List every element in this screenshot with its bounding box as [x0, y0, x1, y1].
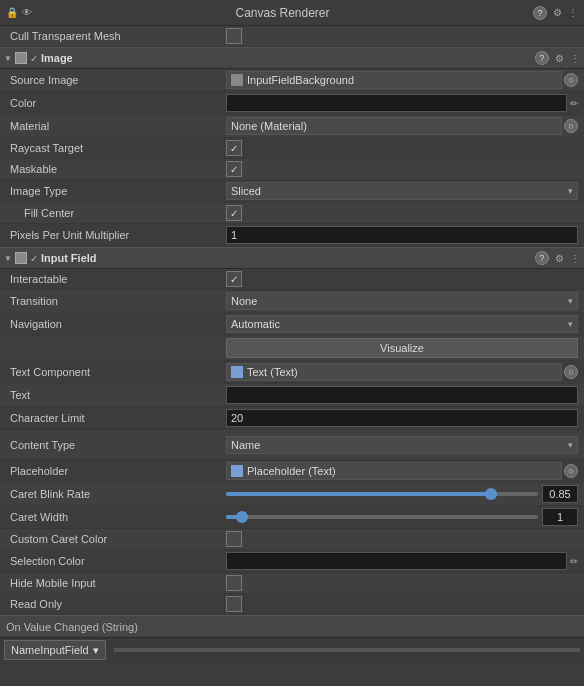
text-label: Text [6, 389, 226, 401]
caret-blink-rate-slider-track[interactable] [226, 492, 538, 496]
placeholder-circle-btn[interactable]: ○ [564, 464, 578, 478]
caret-width-slider-container: 1 [226, 508, 578, 526]
title-bar-left-icons: 🔒 👁 [6, 7, 32, 18]
image-section-title: Image [41, 52, 73, 64]
pixels-per-unit-value: 1 [226, 226, 578, 244]
image-checkbox[interactable] [15, 52, 27, 64]
character-limit-input[interactable]: 20 [226, 409, 578, 427]
title-bar-right-icons: ? ⚙ ⋮ [533, 6, 578, 20]
text-component-ref-icon [231, 366, 243, 378]
material-circle-btn[interactable]: ○ [564, 119, 578, 133]
character-limit-label: Character Limit [6, 412, 226, 424]
text-component-value: Text (Text) ○ [226, 363, 578, 381]
transition-value: None ▾ [226, 292, 578, 310]
image-type-label: Image Type [6, 185, 226, 197]
hide-mobile-input-checkbox[interactable] [226, 575, 242, 591]
color-eyedropper-icon[interactable]: ✏ [570, 98, 578, 109]
visualize-row: Visualize [0, 336, 584, 361]
text-component-ref[interactable]: Text (Text) [226, 363, 562, 381]
image-collapse-arrow[interactable]: ▼ [4, 54, 12, 63]
input-field-section-header: ▼ ✓ Input Field ? ⚙ ⋮ [0, 247, 584, 269]
hide-mobile-input-row: Hide Mobile Input [0, 573, 584, 594]
selection-color-swatch-field[interactable] [226, 552, 567, 570]
material-ref[interactable]: None (Material) [226, 117, 562, 135]
interactable-row: Interactable [0, 269, 584, 290]
canvas-renderer-panel: 🔒 👁 Canvas Renderer ? ⚙ ⋮ Cull Transpare… [0, 0, 584, 662]
image-type-dropdown-text: Sliced [231, 185, 261, 197]
caret-blink-rate-label: Caret Blink Rate [6, 488, 226, 500]
input-field-collapse-arrow[interactable]: ▼ [4, 254, 12, 263]
caret-width-row: Caret Width 1 [0, 506, 584, 529]
footer-object-name[interactable]: NameInputField ▾ [4, 640, 106, 660]
placeholder-ref[interactable]: Placeholder (Text) [226, 462, 562, 480]
maskable-row: Maskable [0, 159, 584, 180]
text-component-ref-text: Text (Text) [247, 366, 298, 378]
interactable-checkbox[interactable] [226, 271, 242, 287]
color-swatch-field[interactable] [226, 94, 567, 112]
navigation-row: Navigation Automatic ▾ [0, 313, 584, 336]
footer-scrollbar[interactable] [114, 648, 580, 652]
raycast-target-row: Raycast Target [0, 138, 584, 159]
visualize-button[interactable]: Visualize [226, 338, 578, 358]
text-input[interactable] [226, 386, 578, 404]
placeholder-row: Placeholder Placeholder (Text) ○ [0, 460, 584, 483]
input-field-checkbox[interactable] [15, 252, 27, 264]
selection-color-eyedropper-icon[interactable]: ✏ [570, 556, 578, 567]
custom-caret-color-row: Custom Caret Color [0, 529, 584, 550]
image-section-left: ▼ ✓ Image [4, 52, 535, 64]
cull-transparent-label: Cull Transparent Mesh [6, 30, 226, 42]
image-check-mark: ✓ [30, 53, 38, 64]
image-help-icon[interactable]: ? [535, 51, 549, 65]
fill-center-value [226, 205, 578, 221]
input-field-section-left: ▼ ✓ Input Field [4, 252, 535, 264]
raycast-target-checkbox[interactable] [226, 140, 242, 156]
maskable-checkbox[interactable] [226, 161, 242, 177]
pixels-per-unit-row: Pixels Per Unit Multiplier 1 [0, 224, 584, 247]
image-type-dropdown[interactable]: Sliced ▾ [226, 182, 578, 200]
source-image-circle-btn[interactable]: ○ [564, 73, 578, 87]
navigation-label: Navigation [6, 318, 226, 330]
custom-caret-color-checkbox[interactable] [226, 531, 242, 547]
material-label: Material [6, 120, 226, 132]
transition-dropdown-text: None [231, 295, 257, 307]
help-icon[interactable]: ? [533, 6, 547, 20]
transition-dropdown[interactable]: None ▾ [226, 292, 578, 310]
caret-width-slider-thumb[interactable] [236, 511, 248, 523]
pixels-per-unit-input[interactable]: 1 [226, 226, 578, 244]
caret-width-value-display[interactable]: 1 [542, 508, 578, 526]
input-field-menu-icon[interactable]: ⋮ [570, 253, 580, 264]
read-only-checkbox[interactable] [226, 596, 242, 612]
navigation-dropdown-arrow: ▾ [568, 319, 573, 329]
maskable-value [226, 161, 578, 177]
caret-blink-rate-slider-fill [226, 492, 491, 496]
selection-color-row: Selection Color ✏ [0, 550, 584, 573]
text-component-circle-btn[interactable]: ○ [564, 365, 578, 379]
caret-width-label: Caret Width [6, 511, 226, 523]
caret-blink-rate-slider-thumb[interactable] [485, 488, 497, 500]
lock-icon: 🔒 [6, 7, 18, 18]
input-field-help-icon[interactable]: ? [535, 251, 549, 265]
custom-caret-color-value [226, 531, 578, 547]
menu-icon[interactable]: ⋮ [568, 7, 578, 18]
footer-dropdown-arrow[interactable]: ▾ [93, 644, 99, 657]
image-menu-icon[interactable]: ⋮ [570, 53, 580, 64]
footer-object-name-text: NameInputField [11, 644, 89, 656]
navigation-dropdown[interactable]: Automatic ▾ [226, 315, 578, 333]
input-field-sliders-icon[interactable]: ⚙ [555, 253, 564, 264]
interactable-label: Interactable [6, 273, 226, 285]
image-type-value: Sliced ▾ [226, 182, 578, 200]
placeholder-ref-text: Placeholder (Text) [247, 465, 336, 477]
content-type-dropdown[interactable]: Name ▾ [226, 436, 578, 454]
source-image-ref[interactable]: InputFieldBackground [226, 71, 562, 89]
sliders-icon[interactable]: ⚙ [553, 7, 562, 18]
navigation-dropdown-text: Automatic [231, 318, 280, 330]
read-only-label: Read Only [6, 598, 226, 610]
image-sliders-icon[interactable]: ⚙ [555, 53, 564, 64]
on-value-changed-bar: On Value Changed (String) [0, 615, 584, 637]
cull-transparent-checkbox[interactable] [226, 28, 242, 44]
pixels-per-unit-text: 1 [231, 229, 237, 241]
visibility-icon: 👁 [22, 7, 32, 18]
caret-blink-rate-value-display[interactable]: 0.85 [542, 485, 578, 503]
fill-center-checkbox[interactable] [226, 205, 242, 221]
caret-width-slider-track[interactable] [226, 515, 538, 519]
